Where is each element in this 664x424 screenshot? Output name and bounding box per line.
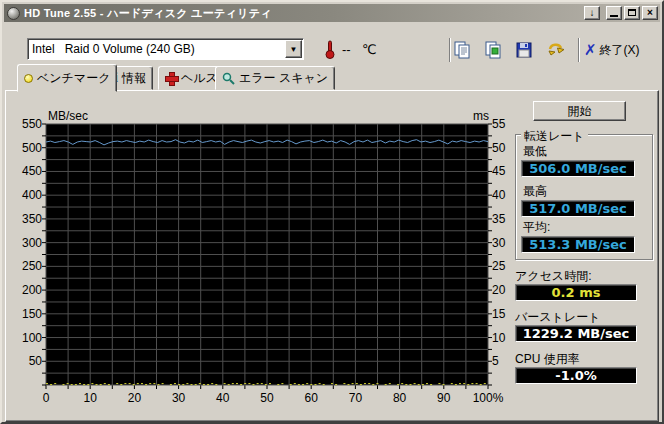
- toolbar-separator: [578, 38, 580, 62]
- copy-text-button[interactable]: [450, 38, 474, 62]
- benchmark-chart: [40, 123, 494, 397]
- lightbulb-icon: [24, 74, 33, 83]
- access-time-label: アクセス時間:: [515, 268, 591, 285]
- exit-label: 終了(X): [600, 42, 640, 59]
- axis-tick-label: 150: [8, 307, 42, 321]
- window-title: HD Tune 2.55 - ハードディスク ユーティリティ: [24, 6, 582, 21]
- exit-x-icon: ✗: [584, 41, 597, 59]
- maximize-icon: [628, 9, 636, 16]
- axis-tick-label: 550: [8, 117, 42, 131]
- tabstrip: ベンチマーク i 情報 ヘルス エラー スキャン: [2, 64, 662, 90]
- copy-icon: [452, 40, 472, 60]
- hdtune-window: HD Tune 2.55 - ハードディスク ユーティリティ ↓ × Intel…: [0, 0, 664, 424]
- drive-select-value: Intel Raid 0 Volume (240 GB): [28, 42, 285, 56]
- drive-select[interactable]: Intel Raid 0 Volume (240 GB) ▼: [27, 38, 304, 60]
- tab-error-scan-label: エラー スキャン: [239, 70, 328, 87]
- thermometer-icon: [324, 39, 336, 59]
- max-value: 517.0 MB/sec: [521, 200, 635, 217]
- tab-benchmark-label: ベンチマーク: [37, 70, 110, 87]
- axis-tick-label: 55: [492, 117, 505, 131]
- close-button[interactable]: ×: [642, 6, 658, 20]
- burst-rate-label: バーストレート: [515, 309, 600, 326]
- axis-tick-label: 350: [8, 212, 42, 226]
- update-arrow-icon: [546, 40, 566, 60]
- axis-tick-label: 25: [492, 259, 505, 273]
- tab-error-scan[interactable]: エラー スキャン: [215, 66, 335, 90]
- copy-image-icon: [483, 40, 503, 60]
- min-value: 506.0 MB/sec: [521, 160, 635, 177]
- axis-tick-label: 15: [492, 307, 505, 321]
- axis-tick-label: 45: [492, 164, 505, 178]
- tab-health-label: ヘルス: [181, 70, 218, 87]
- axis-tick-label: 500: [8, 141, 42, 155]
- titlebar: HD Tune 2.55 - ハードディスク ユーティリティ ↓ ×: [4, 4, 660, 22]
- cpu-usage-value: -1.0%: [515, 367, 637, 384]
- max-label: 最高: [523, 183, 547, 200]
- tab-benchmark[interactable]: ベンチマーク: [17, 64, 117, 92]
- axis-tick-label: 450: [8, 164, 42, 178]
- axis-tick-label: 400: [8, 188, 42, 202]
- axis-tick-label: 20: [492, 283, 505, 297]
- titlebar-down-arrow-button[interactable]: ↓: [584, 6, 600, 20]
- axis-tick-label: 10: [492, 331, 505, 345]
- maximize-button[interactable]: [624, 6, 640, 20]
- save-icon: [514, 40, 534, 60]
- axis-tick-label: 200: [8, 283, 42, 297]
- axis-tick-label: 50: [8, 354, 42, 368]
- temperature-value: --: [342, 42, 351, 57]
- axis-tick-label: 250: [8, 259, 42, 273]
- start-button[interactable]: 開始: [533, 101, 626, 121]
- toolbar: Intel Raid 0 Volume (240 GB) ▼ -- ℃: [2, 24, 662, 64]
- exit-button[interactable]: ✗ 終了(X): [584, 39, 640, 61]
- tab-info-label: 情報: [122, 70, 146, 87]
- copy-image-button[interactable]: [481, 38, 505, 62]
- access-time-value: 0.2 ms: [515, 284, 637, 301]
- update-check-button[interactable]: [544, 38, 568, 62]
- benchmark-page: MB/sec ms 550500450400350300250200150100…: [5, 90, 659, 422]
- right-axis-unit: ms: [473, 109, 489, 123]
- magnifier-icon: [222, 72, 235, 85]
- cpu-usage-label: CPU 使用率: [515, 351, 580, 368]
- minimize-button[interactable]: [606, 6, 622, 20]
- health-cross-icon: [165, 72, 177, 84]
- axis-tick-label: 30: [492, 236, 505, 250]
- save-button[interactable]: [512, 38, 536, 62]
- avg-value: 513.3 MB/sec: [521, 236, 635, 253]
- app-icon: [7, 7, 20, 20]
- left-axis-unit: MB/sec: [48, 109, 88, 123]
- minimize-icon: [610, 15, 618, 17]
- axis-tick-label: 35: [492, 212, 505, 226]
- chevron-down-icon[interactable]: ▼: [285, 40, 302, 58]
- avg-label: 平均:: [523, 219, 550, 236]
- axis-tick-label: 100: [8, 331, 42, 345]
- temperature-unit: ℃: [362, 42, 377, 57]
- min-label: 最低: [523, 143, 547, 160]
- axis-tick-label: 50: [492, 141, 505, 155]
- axis-tick-label: 40: [492, 188, 505, 202]
- burst-rate-value: 1229.2 MB/sec: [515, 325, 637, 342]
- axis-tick-label: 300: [8, 236, 42, 250]
